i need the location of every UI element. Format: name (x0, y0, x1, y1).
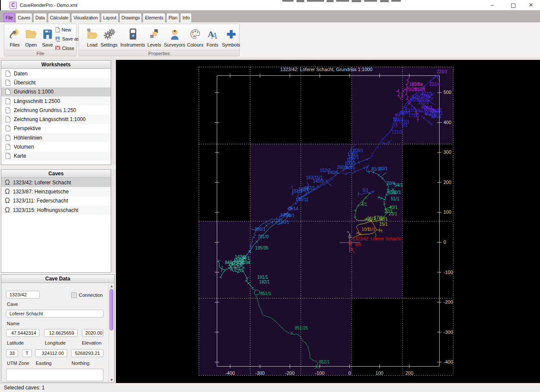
svg-text:15/1: 15/1 (379, 222, 388, 227)
svg-text:51/1: 51/1 (391, 196, 400, 201)
svg-text:-300: -300 (255, 370, 265, 376)
svg-text:400: 400 (443, 120, 451, 125)
svg-text:100: 100 (375, 370, 383, 376)
svg-text:182/1: 182/1 (304, 186, 315, 190)
svg-text:263/1: 263/1 (344, 165, 355, 170)
svg-text:140/6: 140/6 (328, 170, 338, 175)
svg-text:148/11: 148/11 (296, 197, 309, 202)
svg-text:-400: -400 (443, 359, 453, 364)
svg-text:81/1: 81/1 (371, 167, 380, 171)
svg-text:191/1: 191/1 (257, 275, 268, 280)
svg-text:121/1: 121/1 (392, 130, 403, 134)
svg-text:54/1: 54/1 (394, 183, 403, 187)
svg-text:152/34: 152/34 (237, 260, 250, 265)
svg-text:223/1: 223/1 (437, 69, 447, 74)
svg-text:5/1: 5/1 (362, 188, 368, 193)
svg-text:221/1: 221/1 (418, 100, 429, 105)
svg-text:500: 500 (443, 90, 451, 95)
svg-text:80/1: 80/1 (379, 166, 388, 171)
svg-text:171/1: 171/1 (409, 113, 419, 118)
svg-text:809/1: 809/1 (255, 227, 265, 232)
svg-text:-200: -200 (285, 370, 295, 376)
svg-text:100: 100 (443, 209, 451, 215)
svg-text:23/1: 23/1 (389, 212, 397, 216)
svg-text:186/1: 186/1 (431, 114, 442, 119)
svg-text:0: 0 (348, 370, 351, 376)
svg-text:1323/42: Loferer Schacht: 1323/42: Loferer Schacht (353, 236, 401, 241)
svg-text:195/35: 195/35 (255, 246, 268, 250)
svg-text:200: 200 (406, 370, 413, 376)
svg-text:222/4: 222/4 (429, 82, 440, 87)
svg-text:10/2: 10/2 (346, 158, 355, 162)
svg-text:-100: -100 (315, 370, 325, 376)
svg-text:-300: -300 (443, 330, 453, 335)
svg-text:50/1: 50/1 (286, 213, 295, 218)
svg-text:0/1: 0/1 (402, 123, 408, 128)
svg-text:A: A (210, 31, 217, 40)
svg-text:N: N (347, 230, 349, 233)
svg-text:1323/42: Loferer Schacht, Grun: 1323/42: Loferer Schacht, Grundriss 1:10… (280, 67, 372, 72)
svg-text:-200: -200 (443, 299, 453, 305)
svg-text:851/1: 851/1 (260, 291, 271, 296)
svg-text:300: 300 (443, 149, 451, 155)
svg-text:183/5a: 183/5a (409, 82, 423, 87)
svg-text:140/9: 140/9 (313, 179, 324, 184)
svg-text:-100: -100 (443, 270, 453, 275)
svg-text:851/26: 851/26 (295, 326, 308, 330)
svg-text:48/14: 48/14 (287, 206, 298, 211)
svg-text:0: 0 (443, 240, 446, 245)
svg-text:4/1: 4/1 (361, 202, 367, 207)
svg-text:852/1: 852/1 (319, 360, 330, 364)
svg-text:2/0: 2/0 (355, 242, 361, 247)
svg-text:60/1: 60/1 (393, 190, 401, 195)
svg-text:192/1: 192/1 (259, 280, 270, 284)
svg-text:190/1: 190/1 (278, 220, 289, 224)
svg-text:-400: -400 (225, 370, 235, 376)
svg-text:11/1: 11/1 (367, 227, 375, 232)
svg-text:701/0: 701/0 (258, 234, 268, 239)
svg-text:34/1: 34/1 (241, 256, 250, 261)
svg-text:02/1: 02/1 (379, 217, 388, 221)
svg-text:70/4: 70/4 (387, 181, 395, 186)
svg-text:200: 200 (443, 180, 451, 185)
